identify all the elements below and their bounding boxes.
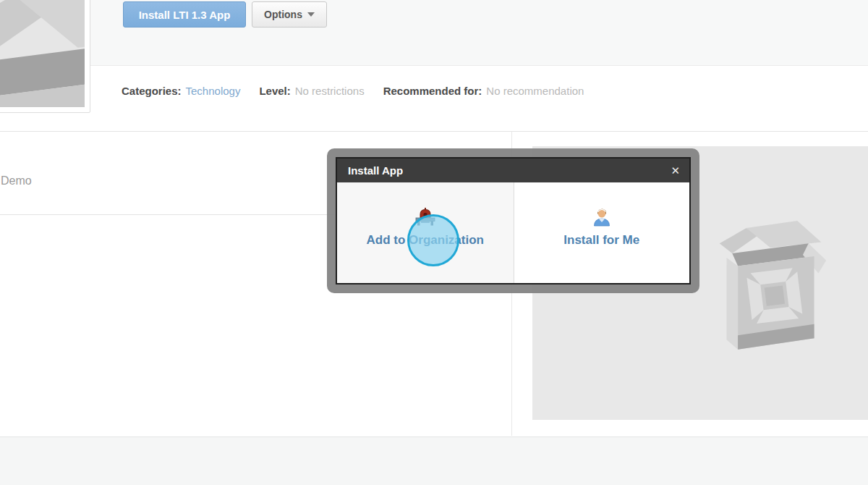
meta-categories-label: Categories:	[122, 85, 182, 97]
options-button-label: Options	[264, 9, 302, 20]
close-icon[interactable]: ✕	[671, 165, 680, 176]
modal-header: Install App ✕	[337, 159, 689, 182]
page-footer	[0, 436, 868, 485]
category-technology-link[interactable]: Technology	[186, 85, 241, 97]
add-to-organization-button[interactable]: Add to Organization	[337, 182, 514, 283]
meta-recommended: Recommended for: No recommendation	[383, 85, 584, 97]
open-box-icon	[0, 0, 85, 107]
install-lti-app-button-label: Install LTI 1.3 App	[139, 9, 231, 21]
chevron-down-icon	[307, 12, 315, 17]
meta-level-label: Level:	[259, 85, 290, 97]
install-for-me-label: Install for Me	[563, 233, 639, 248]
row-label-demo: Demo	[1, 174, 32, 187]
app-detail-page: Install LTI 1.3 App Options Categories: …	[0, 0, 868, 485]
organization-icon	[414, 206, 436, 227]
modal-body: Add to Organization Install for Me	[337, 182, 689, 283]
meta-level: Level: No restrictions	[259, 85, 364, 97]
app-thumbnail-image	[0, 0, 85, 107]
install-app-modal: Install App ✕	[327, 148, 699, 293]
user-icon	[592, 206, 611, 227]
install-lti-app-button[interactable]: Install LTI 1.3 App	[123, 1, 246, 28]
modal-title: Install App	[348, 164, 403, 177]
install-for-me-button[interactable]: Install for Me	[514, 182, 690, 283]
app-meta-line: Categories: Technology Level: No restric…	[122, 85, 584, 97]
options-button[interactable]: Options	[252, 1, 327, 28]
meta-categories: Categories: Technology	[122, 85, 240, 97]
meta-level-value: No restrictions	[295, 85, 365, 97]
meta-recommended-label: Recommended for:	[383, 85, 482, 97]
open-box-icon	[711, 214, 831, 355]
app-thumbnail-card	[0, 0, 90, 113]
add-to-organization-label: Add to Organization	[367, 233, 484, 248]
install-app-modal-content: Install App ✕	[336, 157, 691, 284]
meta-recommended-value: No recommendation	[486, 85, 584, 97]
